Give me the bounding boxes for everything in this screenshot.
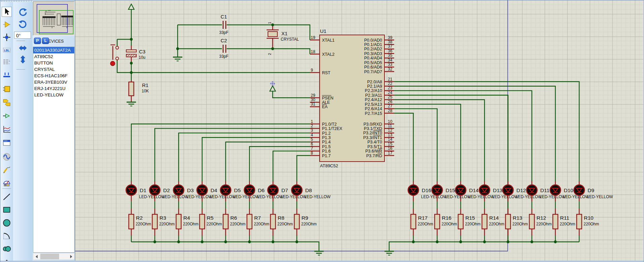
resistor-R4[interactable] <box>176 214 181 229</box>
scrollbar-thumb[interactable] <box>40 254 59 259</box>
line-2d-tool[interactable] <box>2 192 12 202</box>
device-pins-tool[interactable] <box>2 111 12 121</box>
device-list-item[interactable]: AT89C52 <box>33 53 74 60</box>
device-list-item[interactable]: ECS-H1AC106F <box>33 73 74 79</box>
voltage-probe-tool[interactable] <box>2 165 12 175</box>
text-script-icon <box>2 58 11 67</box>
pin-name: XTAL2 <box>322 52 334 57</box>
resistor-R6[interactable] <box>223 214 228 229</box>
schematic-canvas[interactable]: U1AT89C5219XTAL118XTAL29RST29PSEN30ALE31… <box>75 0 643 261</box>
device-list-item[interactable]: ERA-3YEB103V <box>33 79 74 85</box>
tape-recorder-tool[interactable] <box>2 138 12 148</box>
buses-tool[interactable] <box>2 71 12 81</box>
resistor-R10[interactable] <box>577 214 582 229</box>
device-list-item[interactable]: ERJ-14YJ221U <box>33 85 74 92</box>
resistor-R5[interactable] <box>200 214 205 229</box>
resistor-R17[interactable] <box>411 214 416 229</box>
rotate-clockwise-tool[interactable] <box>18 7 28 17</box>
wire-label-tool[interactable]: LBL <box>2 45 12 55</box>
pick-devices-button[interactable]: P <box>34 38 41 44</box>
resistor-R7[interactable] <box>247 214 252 229</box>
pin-name: P3.0/RXD <box>363 122 382 127</box>
box-2d-tool[interactable] <box>2 205 12 215</box>
resistor-R15[interactable] <box>458 214 463 229</box>
pin-number: 35 <box>388 53 393 58</box>
resistor-R8[interactable] <box>271 214 276 229</box>
led-D14[interactable] <box>456 185 466 195</box>
pin-name: P3.5/T1 <box>367 144 382 149</box>
rotation-angle-field[interactable] <box>14 32 31 39</box>
resistor-value-label: 220Ohm <box>254 222 269 226</box>
led-D9[interactable] <box>574 185 585 195</box>
resistor-ref-label: R11 <box>560 215 569 221</box>
mirror-vertical-tool[interactable] <box>18 54 28 64</box>
led-ref-label: D10 <box>564 187 573 193</box>
pin-number: 2 <box>311 124 313 128</box>
resistor-ref-label: R17 <box>418 215 427 221</box>
led-D6[interactable] <box>244 185 255 195</box>
scroll-left-button[interactable] <box>33 253 40 260</box>
resistor-R14[interactable] <box>482 214 487 229</box>
schematic-editing-area[interactable]: U1AT89C5219XTAL118XTAL29RST29PSEN30ALE31… <box>75 0 643 261</box>
led-D11[interactable] <box>527 185 537 195</box>
resistor-R12[interactable] <box>530 214 535 229</box>
device-list-item[interactable]: BUTTON <box>33 60 74 66</box>
mirror-horizontal-tool[interactable] <box>18 43 28 53</box>
junction-dot <box>436 241 439 243</box>
led-D13[interactable] <box>479 185 490 195</box>
led-ref-label: D12 <box>516 187 526 193</box>
pin-number: 28 <box>388 108 393 113</box>
graph-tool[interactable] <box>2 124 12 134</box>
subcircuit-tool[interactable] <box>2 84 12 94</box>
pin-name: P0.1/AD1 <box>364 42 382 47</box>
resistor-value-label: 220Ohm <box>489 222 504 226</box>
device-list-item[interactable]: LED-YELLOW <box>33 92 74 98</box>
led-D4[interactable] <box>197 185 208 195</box>
scroll-right-button[interactable] <box>67 253 74 260</box>
led-D12[interactable] <box>503 185 513 195</box>
resistor-value-label: 220Ohm <box>301 222 317 226</box>
resistor-R13[interactable] <box>506 214 511 229</box>
circle-2d-tool[interactable] <box>2 218 12 228</box>
text-script-tool[interactable] <box>2 57 12 67</box>
path-2d-icon <box>2 245 11 253</box>
led-D15[interactable] <box>432 185 443 195</box>
led-D7[interactable] <box>268 185 278 195</box>
chip-u1[interactable]: U1AT89C5219XTAL118XTAL29RST29PSEN30ALE31… <box>310 28 394 168</box>
pin-number: 10 <box>388 119 393 124</box>
junction-dot <box>295 241 298 243</box>
pin-name: P2.1/A9 <box>367 84 382 89</box>
junction-dot <box>176 47 179 50</box>
pin-number: 3 <box>311 128 313 133</box>
pin-number: 9 <box>311 68 313 73</box>
led-D10[interactable] <box>550 185 561 195</box>
library-manage-button[interactable]: L <box>42 38 49 44</box>
led-D1[interactable] <box>126 185 137 195</box>
led-D2[interactable] <box>150 185 160 195</box>
device-list-item[interactable]: 02013A330JAT2A <box>33 47 74 53</box>
resistor-R3[interactable] <box>152 214 157 229</box>
rotate-anticlockwise-tool[interactable] <box>18 19 28 29</box>
arc-2d-tool[interactable] <box>2 231 12 241</box>
led-D8[interactable] <box>292 185 302 195</box>
resistor-R2[interactable] <box>129 214 134 229</box>
resistor-R16[interactable] <box>435 214 440 229</box>
component-mode-tool[interactable] <box>2 19 12 30</box>
led-D5[interactable] <box>221 185 231 195</box>
pin-name: P2.0/A8 <box>367 80 382 84</box>
path-2d-tool[interactable] <box>2 244 12 254</box>
led-D3[interactable] <box>174 185 184 195</box>
device-list-item[interactable]: CRYSTAL <box>33 66 74 73</box>
led-D16[interactable] <box>408 185 419 195</box>
junction-dot-tool[interactable] <box>2 32 12 42</box>
generator-tool[interactable] <box>2 152 12 162</box>
overview-minimap[interactable] <box>33 1 75 36</box>
button-actuator-dot[interactable] <box>110 61 115 66</box>
virtual-instruments-tool[interactable] <box>2 177 12 187</box>
resistor-R9[interactable] <box>294 214 300 229</box>
terminals-tool[interactable] <box>2 97 12 107</box>
overview-minimap-sketch <box>33 2 74 35</box>
chip-ref-label: U1 <box>320 28 326 34</box>
resistor-R11[interactable] <box>553 214 558 229</box>
selection-pointer-tool[interactable] <box>2 7 12 17</box>
